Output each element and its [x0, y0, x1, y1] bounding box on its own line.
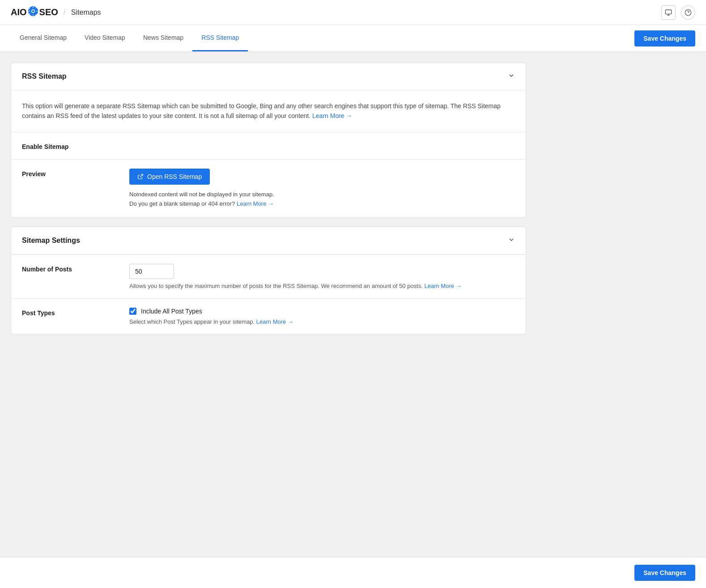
tab-general-sitemap[interactable]: General Sitemap [11, 25, 76, 51]
header-left: AIO SEO / Sitemaps [11, 6, 101, 19]
rss-description-learn-more[interactable]: Learn More → [312, 112, 352, 119]
number-of-posts-learn-more[interactable]: Learn More → [424, 283, 461, 289]
number-of-posts-input[interactable] [129, 264, 174, 279]
header-divider: / [64, 8, 66, 17]
svg-rect-1 [665, 10, 671, 14]
preview-note-line2: Do you get a blank sitemap or 404 error? [129, 200, 235, 207]
nav-tabs: General Sitemap Video Sitemap News Sitem… [11, 25, 248, 51]
save-changes-button-top[interactable]: Save Changes [634, 30, 695, 47]
sitemap-settings-header: Sitemap Settings [11, 227, 526, 254]
preview-row: Preview Open RSS Sitemap Noindexed conte… [11, 160, 526, 218]
include-all-post-types-checkbox[interactable] [129, 308, 136, 315]
preview-control: Open RSS Sitemap Noindexed content will … [129, 169, 515, 209]
post-types-checkbox-row: Include All Post Types [129, 308, 515, 315]
rss-sitemap-chevron-icon[interactable] [508, 72, 515, 81]
rss-description: This option will generate a separate RSS… [22, 101, 515, 121]
logo: AIO SEO [11, 6, 58, 19]
post-types-learn-more[interactable]: Learn More → [256, 318, 293, 325]
number-of-posts-control: Allows you to specify the maximum number… [129, 264, 515, 289]
preview-note: Noindexed content will not be displayed … [129, 190, 515, 209]
open-rss-sitemap-label: Open RSS Sitemap [147, 173, 202, 180]
main-content: RSS Sitemap This option will generate a … [0, 52, 537, 354]
page-title: Sitemaps [71, 8, 101, 17]
number-of-posts-help: Allows you to specify the maximum number… [129, 283, 515, 289]
header: AIO SEO / Sitemaps [0, 0, 706, 25]
preview-label: Preview [22, 169, 111, 178]
tab-news-sitemap[interactable]: News Sitemap [134, 25, 192, 51]
enable-sitemap-row: Enable Sitemap [11, 132, 526, 159]
rss-sitemap-card: RSS Sitemap This option will generate a … [11, 63, 526, 218]
sitemap-settings-chevron-icon[interactable] [508, 236, 515, 245]
monitor-button[interactable] [661, 5, 676, 20]
sitemap-settings-card: Sitemap Settings Number of Posts Allows … [11, 227, 526, 334]
logo-gear [28, 6, 38, 19]
number-of-posts-row: Number of Posts Allows you to specify th… [11, 255, 526, 298]
sitemap-settings-title: Sitemap Settings [22, 237, 80, 245]
tab-rss-sitemap[interactable]: RSS Sitemap [192, 25, 248, 51]
preview-learn-more-link[interactable]: Learn More → [237, 200, 274, 207]
nav-bar: General Sitemap Video Sitemap News Sitem… [0, 25, 706, 52]
header-right [661, 5, 695, 20]
enable-sitemap-control [129, 141, 515, 148]
logo-text-aio: AIO [11, 7, 27, 17]
post-types-control: Include All Post Types Select which Post… [129, 308, 515, 325]
rss-sitemap-title: RSS Sitemap [22, 72, 67, 80]
logo-text-seo: SEO [39, 7, 58, 17]
help-button[interactable] [681, 5, 695, 20]
post-types-row: Post Types Include All Post Types Select… [11, 299, 526, 334]
external-link-icon [137, 173, 144, 180]
rss-sitemap-card-header: RSS Sitemap [11, 63, 526, 90]
number-of-posts-label: Number of Posts [22, 264, 111, 273]
rss-sitemap-description-section: This option will generate a separate RSS… [11, 90, 526, 132]
preview-note-line1: Noindexed content will not be displayed … [129, 191, 274, 198]
enable-sitemap-label: Enable Sitemap [22, 141, 111, 150]
include-all-post-types-label: Include All Post Types [141, 308, 202, 315]
open-rss-sitemap-button[interactable]: Open RSS Sitemap [129, 169, 210, 185]
tab-video-sitemap[interactable]: Video Sitemap [76, 25, 134, 51]
post-types-label: Post Types [22, 308, 111, 317]
svg-line-3 [140, 174, 143, 177]
post-types-help: Select which Post Types appear in your s… [129, 318, 515, 325]
